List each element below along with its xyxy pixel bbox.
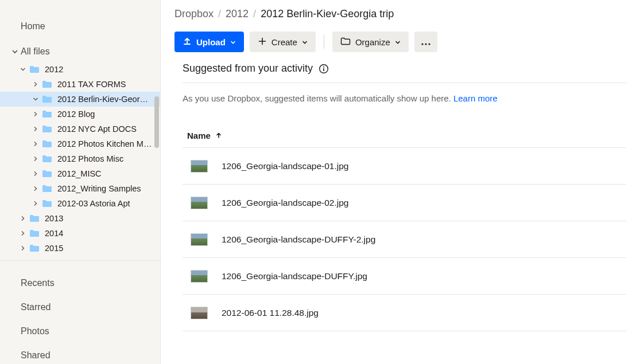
file-name: 1206_Georgia-landscape-01.jpg	[222, 161, 348, 171]
folder-icon	[41, 199, 53, 208]
file-name: 2012-06-01 11.28.48.jpg	[222, 308, 319, 318]
organize-label: Organize	[355, 37, 390, 47]
nav-label: Photos	[21, 326, 49, 336]
tree-label: 2015	[45, 244, 63, 253]
breadcrumb-part[interactable]: Dropbox	[174, 8, 214, 20]
tree-folder[interactable]: 2012 Berlin-Kiev-Geor…	[0, 92, 160, 107]
tree-label: 2012 Photos Kitchen M…	[57, 139, 152, 148]
suggested-text: As you use Dropbox, suggested items will…	[183, 93, 453, 103]
chevron-down-icon	[395, 37, 401, 47]
file-list: Name 1206_Georgia-landscape-01.jpg1206_G…	[161, 125, 640, 331]
tree-folder[interactable]: 2013	[0, 211, 160, 226]
file-row[interactable]: 1206_Georgia-landscape-DUFFY.jpg	[183, 258, 626, 295]
folder-icon	[41, 140, 53, 148]
file-row[interactable]: 1206_Georgia-landscape-DUFFY-2.jpg	[183, 221, 626, 258]
chevron-down-icon	[20, 66, 26, 72]
main-content: Dropbox / 2012 / 2012 Berlin-Kiev-Georgi…	[161, 0, 640, 364]
nav-shared[interactable]: Shared	[0, 343, 160, 364]
file-name: 1206_Georgia-landscape-02.jpg	[222, 198, 348, 208]
file-row[interactable]: 2012-06-01 11.28.48.jpg	[183, 295, 626, 331]
tree-folder[interactable]: 2014	[0, 226, 160, 241]
file-thumbnail	[191, 307, 208, 319]
tree-folder[interactable]: 2012 NYC Apt DOCS	[0, 122, 160, 136]
tree-label: 2012_MISC	[57, 169, 102, 178]
file-row[interactable]: 1206_Georgia-landscape-02.jpg	[183, 185, 626, 221]
folder-icon	[41, 95, 53, 103]
file-rows: 1206_Georgia-landscape-01.jpg1206_Georgi…	[183, 148, 626, 331]
suggested-section: Suggested from your activity As you use …	[161, 62, 640, 125]
tree-label: 2011 TAX FORMS	[57, 80, 126, 89]
breadcrumb-separator: /	[253, 8, 256, 20]
folder-icon	[41, 185, 53, 193]
tree-label: 2013	[45, 214, 63, 223]
chevron-right-icon	[32, 156, 39, 162]
tree-label: 2012 NYC Apt DOCS	[57, 124, 137, 134]
upload-icon	[183, 37, 192, 48]
learn-more-link[interactable]: Learn more	[453, 93, 498, 103]
tree-folder[interactable]: 2012 Photos Kitchen M…	[0, 136, 160, 151]
svg-point-4	[323, 66, 324, 67]
folder-tree: 2012 2011 TAX FORMS2012 Berlin-Kiev-Geor…	[0, 62, 160, 256]
tree-folder[interactable]: 2015	[0, 241, 160, 256]
tree-folder[interactable]: 2012 Photos Misc	[0, 151, 160, 166]
info-icon[interactable]	[319, 64, 329, 74]
chevron-down-icon	[302, 37, 308, 47]
breadcrumb-current[interactable]: 2012 Berlin-Kiev-Georgia trip	[261, 8, 394, 20]
tree-children: 2011 TAX FORMS2012 Berlin-Kiev-Geor…2012…	[0, 77, 160, 211]
col-name-header[interactable]: Name	[183, 131, 222, 140]
tree-folder[interactable]: 2012-03 Astoria Apt	[0, 196, 160, 211]
plus-icon	[258, 37, 267, 48]
chevron-right-icon	[32, 126, 39, 132]
tree-siblings: 201320142015	[0, 211, 160, 256]
nav-home[interactable]: Home	[0, 16, 160, 37]
more-button[interactable]	[414, 32, 437, 52]
nav-all-files[interactable]: All files	[0, 41, 160, 62]
nav-recents[interactable]: Recents	[0, 271, 160, 295]
folder-icon	[29, 229, 40, 237]
folder-icon	[41, 155, 53, 163]
nav-starred[interactable]: Starred	[0, 295, 160, 319]
chevron-right-icon	[32, 111, 39, 117]
nav-all-files-label: All files	[21, 46, 50, 57]
create-button[interactable]: Create	[250, 32, 316, 52]
tree-folder[interactable]: 2012_MISC	[0, 166, 160, 181]
breadcrumb-separator: /	[218, 8, 221, 20]
tree-label: 2012	[45, 65, 63, 74]
file-thumbnail	[191, 197, 208, 209]
scrollbar[interactable]	[154, 96, 159, 148]
file-thumbnail	[191, 270, 208, 283]
sidebar-bottom: RecentsStarredPhotosSharedFile requests	[0, 260, 160, 364]
nav-home-label: Home	[21, 21, 45, 32]
sidebar: Home All files 2012 2011 TAX FORMS2012 B…	[0, 0, 161, 364]
chevron-right-icon	[20, 230, 26, 236]
folder-icon	[29, 244, 40, 252]
tree-folder[interactable]: 2011 TAX FORMS	[0, 77, 160, 92]
folder-icon	[340, 37, 351, 47]
nav-label: Shared	[21, 350, 51, 361]
sidebar-top: Home All files 2012 2011 TAX FORMS2012 B…	[0, 0, 160, 260]
tree-label: 2012 Blog	[57, 109, 95, 119]
chevron-right-icon	[32, 186, 39, 191]
tree-label: 2012 Berlin-Kiev-Geor…	[57, 95, 148, 104]
tree-folder[interactable]: 2012_Writing Samples	[0, 181, 160, 196]
nav-label: Starred	[21, 302, 51, 312]
organize-button[interactable]: Organize	[332, 32, 409, 52]
file-row[interactable]: 1206_Georgia-landscape-01.jpg	[183, 148, 626, 185]
nav-photos[interactable]: Photos	[0, 319, 160, 343]
folder-icon	[41, 125, 53, 133]
folder-icon	[29, 214, 40, 222]
create-label: Create	[271, 37, 297, 47]
chevron-down-icon	[230, 37, 236, 47]
more-icon	[421, 37, 431, 47]
folder-icon	[41, 170, 53, 178]
toolbar-divider	[324, 35, 324, 49]
chevron-right-icon	[32, 171, 39, 177]
svg-point-2	[428, 43, 430, 45]
suggested-header: Suggested from your activity	[183, 62, 626, 83]
file-thumbnail	[191, 160, 208, 173]
tree-folder-root[interactable]: 2012	[0, 62, 160, 77]
upload-button[interactable]: Upload	[174, 32, 244, 52]
folder-icon	[41, 110, 53, 118]
breadcrumb-part[interactable]: 2012	[226, 8, 249, 20]
tree-folder[interactable]: 2012 Blog	[0, 107, 160, 122]
